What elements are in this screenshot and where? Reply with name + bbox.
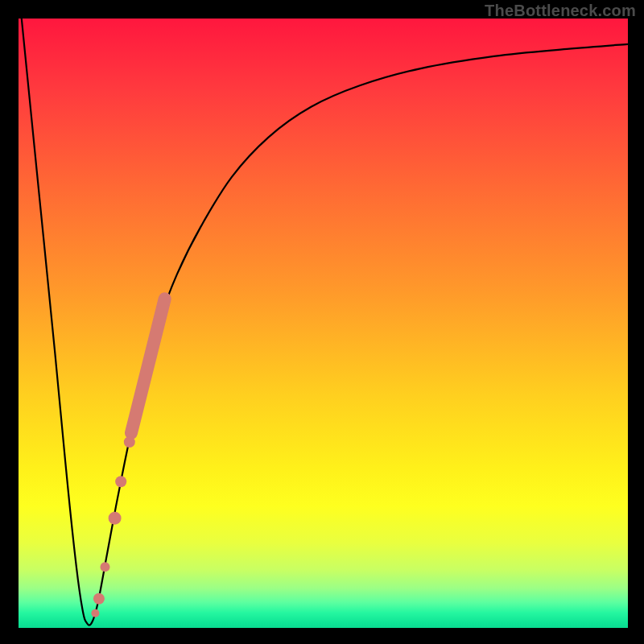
- point-c: [109, 512, 122, 525]
- point-b: [115, 476, 126, 487]
- point-f: [91, 609, 99, 617]
- point-a: [124, 436, 135, 448]
- chart-frame: TheBottleneck.com: [0, 0, 644, 644]
- point-d: [101, 562, 110, 572]
- chart-svg: [0, 0, 644, 644]
- point-e: [93, 593, 105, 605]
